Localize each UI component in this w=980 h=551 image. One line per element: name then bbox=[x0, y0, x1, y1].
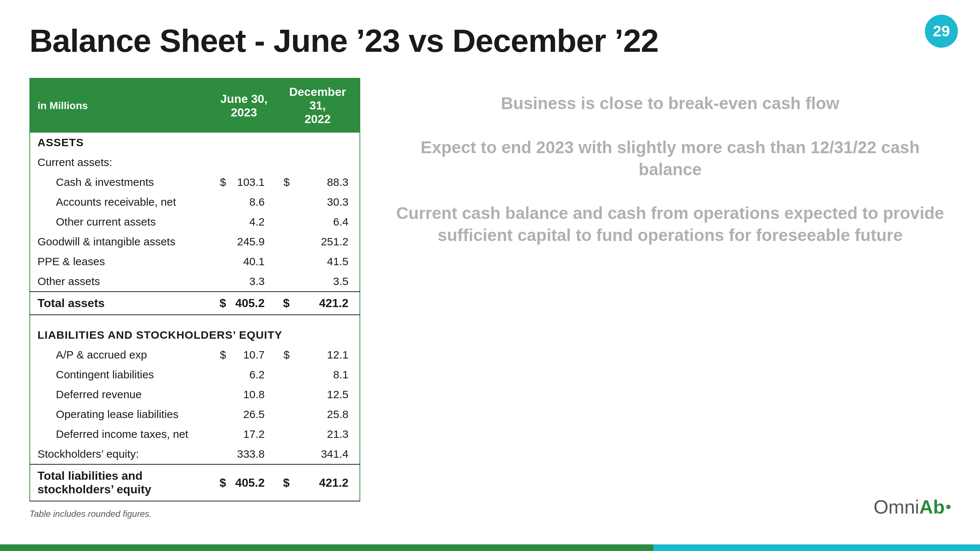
bottom-bar-green bbox=[0, 545, 653, 551]
row-dollar2: $ bbox=[276, 172, 291, 192]
table-data-row: Other current assets 4.2 6.4 bbox=[30, 212, 360, 232]
row-dollar1 bbox=[212, 192, 228, 212]
row-val2: 12.1 bbox=[291, 345, 360, 365]
total-dollar2: $ bbox=[276, 292, 291, 315]
row-val2: 3.5 bbox=[291, 272, 360, 292]
row-label: Operating lease liabilities bbox=[30, 405, 212, 424]
row-dollar1 bbox=[212, 232, 228, 252]
table-data-row: PPE & leases 40.1 41.5 bbox=[30, 252, 360, 272]
row-dollar2 bbox=[276, 365, 291, 384]
total-val1: 405.2 bbox=[228, 292, 276, 315]
row-dollar1 bbox=[212, 212, 228, 232]
row-label: Stockholders’ equity: bbox=[30, 444, 212, 464]
logo-registered bbox=[946, 505, 951, 509]
row-dollar2 bbox=[276, 272, 291, 292]
row-val1: 17.2 bbox=[228, 424, 276, 444]
total-label: Total assets bbox=[30, 292, 212, 315]
total-label: Total liabilities and stockholders’ equi… bbox=[30, 464, 212, 501]
table-data-row: Contingent liabilities 6.2 8.1 bbox=[30, 365, 360, 384]
row-val2: 30.3 bbox=[291, 192, 360, 212]
row-val2: 8.1 bbox=[291, 365, 360, 384]
row-dollar2 bbox=[276, 232, 291, 252]
page-number-text: 29 bbox=[933, 22, 950, 40]
row-label: Contingent liabilities bbox=[30, 365, 212, 384]
row-dollar2 bbox=[276, 384, 291, 405]
logo: OmniAb bbox=[873, 496, 951, 518]
row-dollar2 bbox=[276, 405, 291, 424]
table-data-row: Operating lease liabilities 26.5 25.8 bbox=[30, 405, 360, 424]
row-dollar1 bbox=[212, 405, 228, 424]
row-val2: 251.2 bbox=[291, 232, 360, 252]
row-val1: 103.1 bbox=[228, 172, 276, 192]
table-section-label-row: LIABILITIES AND STOCKHOLDERS’ EQUITY bbox=[30, 325, 360, 345]
row-val1: 6.2 bbox=[228, 365, 276, 384]
row-val1: 40.1 bbox=[228, 252, 276, 272]
row-label: Other assets bbox=[30, 272, 212, 292]
header-col1: June 30, 2023 bbox=[212, 78, 276, 133]
row-label: PPE & leases bbox=[30, 252, 212, 272]
row-label: A/P & accrued exp bbox=[30, 345, 212, 365]
row-label: Deferred revenue bbox=[30, 384, 212, 405]
table-subsection-label-row: Current assets: bbox=[30, 152, 360, 172]
row-dollar1 bbox=[212, 384, 228, 405]
subsection-label: Current assets: bbox=[30, 152, 360, 172]
logo-omni: Omni bbox=[873, 496, 919, 518]
table-spacer-row bbox=[30, 315, 360, 325]
row-val2: 341.4 bbox=[291, 444, 360, 464]
row-dollar1: $ bbox=[212, 345, 228, 365]
total-dollar2: $ bbox=[276, 464, 291, 501]
row-dollar1: $ bbox=[212, 172, 228, 192]
table-data-row: Deferred income taxes, net 17.2 21.3 bbox=[30, 424, 360, 444]
row-val1: 245.9 bbox=[228, 232, 276, 252]
row-dollar2 bbox=[276, 192, 291, 212]
row-dollar2 bbox=[276, 252, 291, 272]
section-label: LIABILITIES AND STOCKHOLDERS’ EQUITY bbox=[30, 325, 360, 345]
row-val1: 8.6 bbox=[228, 192, 276, 212]
row-dollar1 bbox=[212, 272, 228, 292]
table-data-row: Accounts receivable, net 8.6 30.3 bbox=[30, 192, 360, 212]
right-section: Business is close to break-even cash flo… bbox=[390, 78, 951, 246]
row-dollar2 bbox=[276, 444, 291, 464]
table-data-row: Other assets 3.3 3.5 bbox=[30, 272, 360, 292]
section-label: ASSETS bbox=[30, 133, 360, 152]
table-total-row: Total liabilities and stockholders’ equi… bbox=[30, 464, 360, 501]
header-col2: December 31, 2022 bbox=[276, 78, 360, 133]
table-data-row: Stockholders’ equity: 333.8 341.4 bbox=[30, 444, 360, 464]
table-data-row: Deferred revenue 10.8 12.5 bbox=[30, 384, 360, 405]
page-number-badge: 29 bbox=[925, 15, 958, 48]
table-section-label-row: ASSETS bbox=[30, 133, 360, 152]
callout-2: Expect to end 2023 with slightly more ca… bbox=[390, 137, 951, 181]
total-dollar1: $ bbox=[212, 464, 228, 501]
row-dollar1 bbox=[212, 444, 228, 464]
row-val2: 12.5 bbox=[291, 384, 360, 405]
total-val1: 405.2 bbox=[228, 464, 276, 501]
page-title: Balance Sheet - June ’23 vs December ’22 bbox=[29, 22, 951, 59]
row-val2: 21.3 bbox=[291, 424, 360, 444]
row-val1: 4.2 bbox=[228, 212, 276, 232]
bottom-bar bbox=[0, 545, 980, 551]
row-val2: 25.8 bbox=[291, 405, 360, 424]
header-label-col: in Millions bbox=[30, 78, 212, 133]
balance-sheet-table: in Millions June 30, 2023 December 31, 2… bbox=[29, 78, 360, 502]
logo-ab: Ab bbox=[920, 496, 945, 518]
row-val2: 41.5 bbox=[291, 252, 360, 272]
table-data-row: Goodwill & intangible assets 245.9 251.2 bbox=[30, 232, 360, 252]
table-total-row: Total assets $ 405.2 $ 421.2 bbox=[30, 292, 360, 315]
table-data-row: Cash & investments $ 103.1 $ 88.3 bbox=[30, 172, 360, 192]
bottom-bar-blue bbox=[653, 545, 980, 551]
total-dollar1: $ bbox=[212, 292, 228, 315]
row-val1: 10.8 bbox=[228, 384, 276, 405]
row-val2: 6.4 bbox=[291, 212, 360, 232]
row-dollar2 bbox=[276, 424, 291, 444]
row-val1: 3.3 bbox=[228, 272, 276, 292]
row-dollar1 bbox=[212, 424, 228, 444]
table-note: Table includes rounded figures. bbox=[29, 509, 360, 519]
table-section: in Millions June 30, 2023 December 31, 2… bbox=[29, 78, 360, 519]
content-area: in Millions June 30, 2023 December 31, 2… bbox=[29, 78, 951, 519]
row-label: Cash & investments bbox=[30, 172, 212, 192]
row-val1: 333.8 bbox=[228, 444, 276, 464]
row-dollar1 bbox=[212, 365, 228, 384]
row-label: Deferred income taxes, net bbox=[30, 424, 212, 444]
row-label: Accounts receivable, net bbox=[30, 192, 212, 212]
callout-3: Current cash balance and cash from opera… bbox=[390, 202, 951, 246]
